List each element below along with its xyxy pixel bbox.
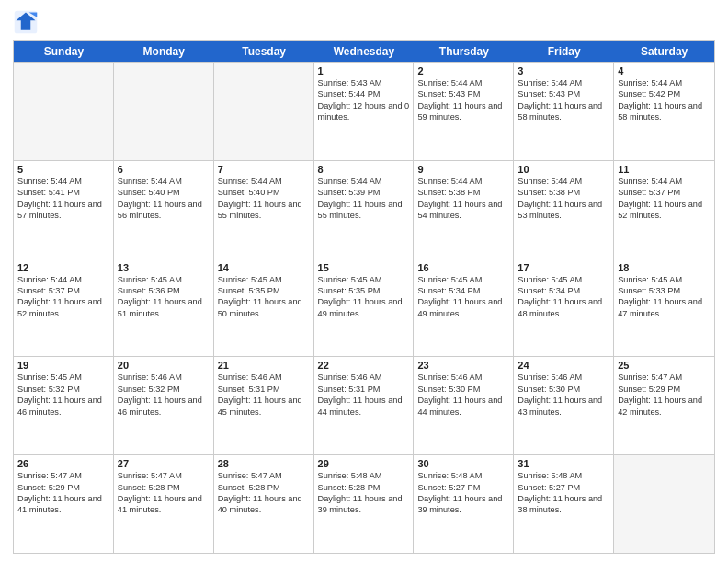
cal-cell-10: 10Sunrise: 5:44 AM Sunset: 5:38 PM Dayli… xyxy=(514,161,614,259)
calendar: SundayMondayTuesdayWednesdayThursdayFrid… xyxy=(13,40,715,554)
cal-cell-2: 2Sunrise: 5:44 AM Sunset: 5:43 PM Daylig… xyxy=(414,63,514,160)
calendar-row-2: 5Sunrise: 5:44 AM Sunset: 5:41 PM Daylig… xyxy=(14,160,714,259)
cal-cell-28: 28Sunrise: 5:47 AM Sunset: 5:28 PM Dayli… xyxy=(214,455,314,553)
cell-date-30: 30 xyxy=(417,458,509,469)
cell-info-25: Sunrise: 5:47 AM Sunset: 5:29 PM Dayligh… xyxy=(618,372,711,418)
cell-date-12: 12 xyxy=(17,262,109,273)
cal-cell-15: 15Sunrise: 5:45 AM Sunset: 5:35 PM Dayli… xyxy=(314,259,415,357)
cell-date-29: 29 xyxy=(318,458,410,469)
weekday-header-sunday: Sunday xyxy=(14,41,114,62)
cell-date-22: 22 xyxy=(318,360,410,371)
cell-date-23: 23 xyxy=(417,360,509,371)
cell-info-28: Sunrise: 5:47 AM Sunset: 5:28 PM Dayligh… xyxy=(218,470,310,516)
cell-info-18: Sunrise: 5:45 AM Sunset: 5:33 PM Dayligh… xyxy=(618,274,711,320)
cell-info-22: Sunrise: 5:46 AM Sunset: 5:31 PM Dayligh… xyxy=(318,372,410,418)
calendar-row-4: 19Sunrise: 5:45 AM Sunset: 5:32 PM Dayli… xyxy=(14,356,714,454)
cell-date-18: 18 xyxy=(618,262,711,273)
cell-info-17: Sunrise: 5:45 AM Sunset: 5:34 PM Dayligh… xyxy=(518,274,609,320)
cal-cell-12: 12Sunrise: 5:44 AM Sunset: 5:37 PM Dayli… xyxy=(14,259,114,357)
cal-cell-9: 9Sunrise: 5:44 AM Sunset: 5:38 PM Daylig… xyxy=(414,161,514,259)
cal-cell-14: 14Sunrise: 5:45 AM Sunset: 5:35 PM Dayli… xyxy=(214,259,314,357)
cell-date-20: 20 xyxy=(118,360,210,371)
cell-date-25: 25 xyxy=(618,360,711,371)
cal-cell-22: 22Sunrise: 5:46 AM Sunset: 5:31 PM Dayli… xyxy=(314,357,415,454)
cell-date-15: 15 xyxy=(318,262,410,273)
logo xyxy=(13,9,42,35)
cal-cell-17: 17Sunrise: 5:45 AM Sunset: 5:34 PM Dayli… xyxy=(514,259,614,357)
calendar-row-3: 12Sunrise: 5:44 AM Sunset: 5:37 PM Dayli… xyxy=(14,259,714,357)
cell-date-17: 17 xyxy=(518,262,609,273)
cal-cell-26: 26Sunrise: 5:47 AM Sunset: 5:29 PM Dayli… xyxy=(14,455,114,553)
cell-date-28: 28 xyxy=(218,458,310,469)
cell-date-9: 9 xyxy=(417,164,509,175)
cal-cell-5: 5Sunrise: 5:44 AM Sunset: 5:41 PM Daylig… xyxy=(14,161,114,259)
cell-info-4: Sunrise: 5:44 AM Sunset: 5:42 PM Dayligh… xyxy=(618,77,711,123)
cell-info-16: Sunrise: 5:45 AM Sunset: 5:34 PM Dayligh… xyxy=(417,274,509,320)
cal-cell-empty-0-0 xyxy=(14,63,114,160)
weekday-header-saturday: Saturday xyxy=(614,41,714,62)
cell-info-14: Sunrise: 5:45 AM Sunset: 5:35 PM Dayligh… xyxy=(218,274,310,320)
cell-info-5: Sunrise: 5:44 AM Sunset: 5:41 PM Dayligh… xyxy=(17,176,109,222)
cal-cell-13: 13Sunrise: 5:45 AM Sunset: 5:36 PM Dayli… xyxy=(114,259,214,357)
cell-date-5: 5 xyxy=(17,164,109,175)
weekday-header-thursday: Thursday xyxy=(414,41,514,62)
cal-cell-23: 23Sunrise: 5:46 AM Sunset: 5:30 PM Dayli… xyxy=(414,357,514,454)
cell-date-13: 13 xyxy=(118,262,210,273)
cal-cell-24: 24Sunrise: 5:46 AM Sunset: 5:30 PM Dayli… xyxy=(514,357,614,454)
cell-info-11: Sunrise: 5:44 AM Sunset: 5:37 PM Dayligh… xyxy=(618,176,711,222)
cal-cell-6: 6Sunrise: 5:44 AM Sunset: 5:40 PM Daylig… xyxy=(114,161,214,259)
cell-date-11: 11 xyxy=(618,164,711,175)
cell-info-12: Sunrise: 5:44 AM Sunset: 5:37 PM Dayligh… xyxy=(17,274,109,320)
cell-date-31: 31 xyxy=(518,458,609,469)
cell-info-26: Sunrise: 5:47 AM Sunset: 5:29 PM Dayligh… xyxy=(17,470,109,516)
cell-info-7: Sunrise: 5:44 AM Sunset: 5:40 PM Dayligh… xyxy=(218,176,310,222)
cell-date-14: 14 xyxy=(218,262,310,273)
cal-cell-1: 1Sunrise: 5:43 AM Sunset: 5:44 PM Daylig… xyxy=(314,63,415,160)
cell-info-13: Sunrise: 5:45 AM Sunset: 5:36 PM Dayligh… xyxy=(118,274,210,320)
cal-cell-18: 18Sunrise: 5:45 AM Sunset: 5:33 PM Dayli… xyxy=(614,259,714,357)
cell-date-3: 3 xyxy=(518,65,609,76)
cell-info-3: Sunrise: 5:44 AM Sunset: 5:43 PM Dayligh… xyxy=(518,77,609,123)
cell-date-2: 2 xyxy=(417,65,509,76)
cal-cell-8: 8Sunrise: 5:44 AM Sunset: 5:39 PM Daylig… xyxy=(314,161,415,259)
cal-cell-empty-0-2 xyxy=(214,63,314,160)
cal-cell-11: 11Sunrise: 5:44 AM Sunset: 5:37 PM Dayli… xyxy=(614,161,714,259)
cal-cell-16: 16Sunrise: 5:45 AM Sunset: 5:34 PM Dayli… xyxy=(414,259,514,357)
cell-date-21: 21 xyxy=(218,360,310,371)
cell-date-10: 10 xyxy=(518,164,609,175)
cell-date-6: 6 xyxy=(118,164,210,175)
cal-cell-31: 31Sunrise: 5:48 AM Sunset: 5:27 PM Dayli… xyxy=(514,455,614,553)
cell-info-21: Sunrise: 5:46 AM Sunset: 5:31 PM Dayligh… xyxy=(218,372,310,418)
cell-info-27: Sunrise: 5:47 AM Sunset: 5:28 PM Dayligh… xyxy=(118,470,210,516)
cell-info-29: Sunrise: 5:48 AM Sunset: 5:28 PM Dayligh… xyxy=(318,470,410,516)
cell-info-2: Sunrise: 5:44 AM Sunset: 5:43 PM Dayligh… xyxy=(417,77,509,123)
calendar-row-1: 1Sunrise: 5:43 AM Sunset: 5:44 PM Daylig… xyxy=(14,62,714,160)
weekday-header-monday: Monday xyxy=(114,41,214,62)
header xyxy=(13,9,715,35)
cell-info-23: Sunrise: 5:46 AM Sunset: 5:30 PM Dayligh… xyxy=(417,372,509,418)
weekday-header-friday: Friday xyxy=(514,41,614,62)
cell-date-26: 26 xyxy=(17,458,109,469)
logo-icon xyxy=(13,9,39,35)
calendar-body: 1Sunrise: 5:43 AM Sunset: 5:44 PM Daylig… xyxy=(14,62,714,553)
cell-info-15: Sunrise: 5:45 AM Sunset: 5:35 PM Dayligh… xyxy=(318,274,410,320)
cal-cell-21: 21Sunrise: 5:46 AM Sunset: 5:31 PM Dayli… xyxy=(214,357,314,454)
cal-cell-7: 7Sunrise: 5:44 AM Sunset: 5:40 PM Daylig… xyxy=(214,161,314,259)
cell-date-7: 7 xyxy=(218,164,310,175)
cell-info-10: Sunrise: 5:44 AM Sunset: 5:38 PM Dayligh… xyxy=(518,176,609,222)
cell-info-30: Sunrise: 5:48 AM Sunset: 5:27 PM Dayligh… xyxy=(417,470,509,516)
page: SundayMondayTuesdayWednesdayThursdayFrid… xyxy=(0,0,728,563)
cell-date-4: 4 xyxy=(618,65,711,76)
cell-info-1: Sunrise: 5:43 AM Sunset: 5:44 PM Dayligh… xyxy=(318,77,410,123)
cal-cell-4: 4Sunrise: 5:44 AM Sunset: 5:42 PM Daylig… xyxy=(614,63,714,160)
cell-date-16: 16 xyxy=(417,262,509,273)
cal-cell-empty-4-6 xyxy=(614,455,714,553)
cal-cell-19: 19Sunrise: 5:45 AM Sunset: 5:32 PM Dayli… xyxy=(14,357,114,454)
cal-cell-29: 29Sunrise: 5:48 AM Sunset: 5:28 PM Dayli… xyxy=(314,455,415,553)
cell-info-31: Sunrise: 5:48 AM Sunset: 5:27 PM Dayligh… xyxy=(518,470,609,516)
cell-info-9: Sunrise: 5:44 AM Sunset: 5:38 PM Dayligh… xyxy=(417,176,509,222)
cell-info-24: Sunrise: 5:46 AM Sunset: 5:30 PM Dayligh… xyxy=(518,372,609,418)
calendar-header: SundayMondayTuesdayWednesdayThursdayFrid… xyxy=(14,41,714,62)
cell-date-1: 1 xyxy=(318,65,410,76)
weekday-header-wednesday: Wednesday xyxy=(314,41,415,62)
